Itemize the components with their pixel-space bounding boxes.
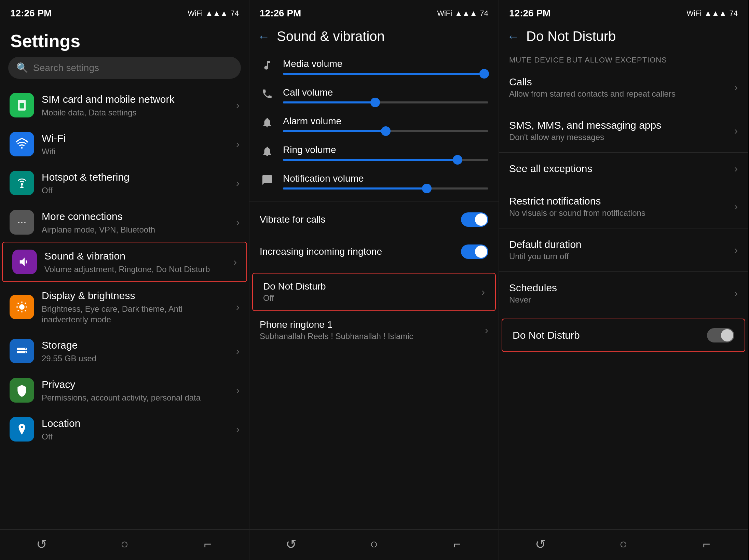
svg-line-11 — [18, 303, 19, 304]
call-vol-icon — [260, 88, 275, 102]
hotspot-title: Hotspot & tethering — [42, 170, 229, 184]
battery-icon-1: 74 — [231, 9, 239, 18]
settings-item-privacy[interactable]: Privacy Permissions, account activity, p… — [0, 371, 249, 410]
search-bar[interactable]: 🔍 — [8, 57, 241, 79]
settings-item-hotspot[interactable]: Hotspot & tethering Off › — [0, 164, 249, 202]
dnd-calls-sub: Allow from starred contacts and repeat c… — [509, 89, 676, 99]
divider-2 — [249, 270, 499, 270]
more-title: More connections — [42, 210, 229, 223]
ringtone-label: Increasing incoming ringtone — [260, 246, 382, 257]
sound-back-btn[interactable]: ← — [258, 29, 270, 44]
settings-list: SIM card and mobile network Mobile data,… — [0, 86, 249, 529]
dnd-back-btn[interactable]: ← — [507, 29, 519, 44]
home-nav-1[interactable]: ○ — [111, 536, 138, 553]
call-slider-thumb[interactable] — [370, 98, 380, 107]
dnd-restrict-item[interactable]: Restrict notifications No visuals or sou… — [499, 187, 748, 226]
home-nav-2[interactable]: ○ — [360, 536, 388, 553]
notif-slider-thumb[interactable] — [422, 184, 432, 193]
call-slider[interactable] — [283, 101, 488, 103]
back-nav-2[interactable]: ↺ — [277, 536, 305, 553]
ringtone-toggle[interactable] — [461, 244, 488, 259]
sound-title: Sound & vibration — [277, 29, 385, 44]
sound-text: Sound & vibration Volume adjustment, Rin… — [44, 249, 226, 275]
ring-volume: Ring volume — [249, 138, 499, 167]
signal-icon-3: ▲▲▲ — [704, 9, 726, 18]
settings-item-sim[interactable]: SIM card and mobile network Mobile data,… — [0, 86, 249, 125]
settings-item-location[interactable]: Location Off › — [0, 410, 249, 449]
divider-6 — [499, 228, 748, 228]
dnd-duration-title: Default duration — [509, 239, 582, 250]
dnd-exceptions-item[interactable]: See all exceptions › — [499, 155, 748, 183]
dnd-main-toggle[interactable] — [707, 328, 734, 342]
home-nav-3[interactable]: ○ — [610, 536, 637, 553]
location-chevron: › — [236, 423, 240, 435]
dnd-header: ← Do Not Disturb — [499, 24, 748, 49]
notif-slider[interactable] — [283, 187, 488, 190]
ringtone1-sub: Subhanallah Reels ! Subhanallah ! Islami… — [260, 332, 413, 341]
dnd-nav-item[interactable]: Do Not Disturb Off › — [252, 273, 496, 311]
notif-vol-content: Notification volume — [283, 173, 488, 190]
time-2: 12:26 PM — [260, 8, 301, 19]
dnd-chevron: › — [481, 286, 485, 298]
time-1: 12:26 PM — [10, 8, 52, 19]
dnd-schedules-item[interactable]: Schedules Never › — [499, 274, 748, 313]
svg-point-6 — [19, 304, 25, 310]
dnd-toggle-label: Do Not Disturb — [513, 330, 580, 341]
media-slider[interactable] — [283, 73, 488, 75]
hotspot-chevron: › — [236, 177, 240, 189]
more-chevron: › — [236, 216, 240, 228]
dnd-main-toggle-row[interactable]: Do Not Disturb — [502, 319, 745, 352]
recent-nav-2[interactable]: ⌐ — [444, 536, 471, 553]
divider-8 — [499, 315, 748, 315]
call-vol-label: Call volume — [283, 87, 488, 98]
dnd-text: Do Not Disturb Off — [263, 281, 326, 303]
vibrate-toggle[interactable] — [461, 212, 488, 227]
ring-slider-fill — [283, 159, 458, 161]
media-vol-label: Media volume — [283, 58, 488, 69]
ringtone1-nav-item[interactable]: Phone ringtone 1 Subhanallah Reels ! Sub… — [249, 312, 499, 349]
alarm-slider[interactable] — [283, 130, 488, 132]
ring-slider[interactable] — [283, 159, 488, 161]
location-subtitle: Off — [42, 431, 229, 442]
svg-line-13 — [18, 310, 19, 311]
back-nav-1[interactable]: ↺ — [28, 536, 55, 553]
settings-item-display[interactable]: Display & brightness Brightness, Eye car… — [0, 282, 249, 332]
recent-nav-3[interactable]: ⌐ — [693, 536, 720, 553]
search-input[interactable] — [33, 62, 233, 73]
search-icon: 🔍 — [16, 62, 28, 73]
ringtone-toggle-item[interactable]: Increasing incoming ringtone — [249, 236, 499, 268]
signal-icon-2: ▲▲▲ — [455, 9, 477, 18]
privacy-subtitle: Permissions, account activity, personal … — [42, 392, 229, 403]
recent-nav-1[interactable]: ⌐ — [194, 536, 221, 553]
wifi-subtitle: Wifi — [42, 146, 229, 157]
dnd-sms-item[interactable]: SMS, MMS, and messaging apps Don't allow… — [499, 111, 748, 150]
vibrate-toggle-item[interactable]: Vibrate for calls — [249, 204, 499, 236]
back-nav-3[interactable]: ↺ — [527, 536, 554, 553]
settings-item-sound[interactable]: Sound & vibration Volume adjustment, Rin… — [2, 242, 247, 282]
call-vol-content: Call volume — [283, 87, 488, 103]
sound-chevron: › — [233, 256, 237, 268]
alarm-slider-thumb[interactable] — [381, 126, 391, 136]
dnd-exceptions-chevron: › — [734, 163, 738, 174]
dnd-calls-item[interactable]: Calls Allow from starred contacts and re… — [499, 68, 748, 107]
vibrate-knob — [475, 213, 487, 226]
more-icon: ··· — [10, 210, 34, 235]
privacy-title: Privacy — [42, 378, 229, 391]
alarm-vol-content: Alarm volume — [283, 116, 488, 132]
ring-vol-label: Ring volume — [283, 144, 488, 155]
privacy-chevron: › — [236, 384, 240, 396]
display-subtitle: Brightness, Eye care, Dark theme, Anti i… — [42, 304, 229, 325]
sound-title: Sound & vibration — [44, 249, 226, 263]
dnd-calls-title: Calls — [509, 76, 676, 88]
settings-item-storage[interactable]: Storage 29.55 GB used › — [0, 332, 249, 370]
dnd-section-label: MUTE DEVICE BUT ALLOW EXCEPTIONS — [499, 49, 748, 68]
ring-slider-thumb[interactable] — [453, 155, 462, 165]
settings-item-more[interactable]: ··· More connections Airplane mode, VPN,… — [0, 203, 249, 242]
dnd-duration-item[interactable]: Default duration Until you turn off › — [499, 230, 748, 269]
call-slider-fill — [283, 101, 375, 103]
settings-item-wifi[interactable]: Wi-Fi Wifi › — [0, 125, 249, 164]
media-slider-thumb[interactable] — [479, 69, 489, 79]
dnd-duration-sub: Until you turn off — [509, 252, 582, 261]
page-title: Settings — [0, 24, 249, 57]
dnd-duration-text: Default duration Until you turn off — [509, 239, 582, 261]
